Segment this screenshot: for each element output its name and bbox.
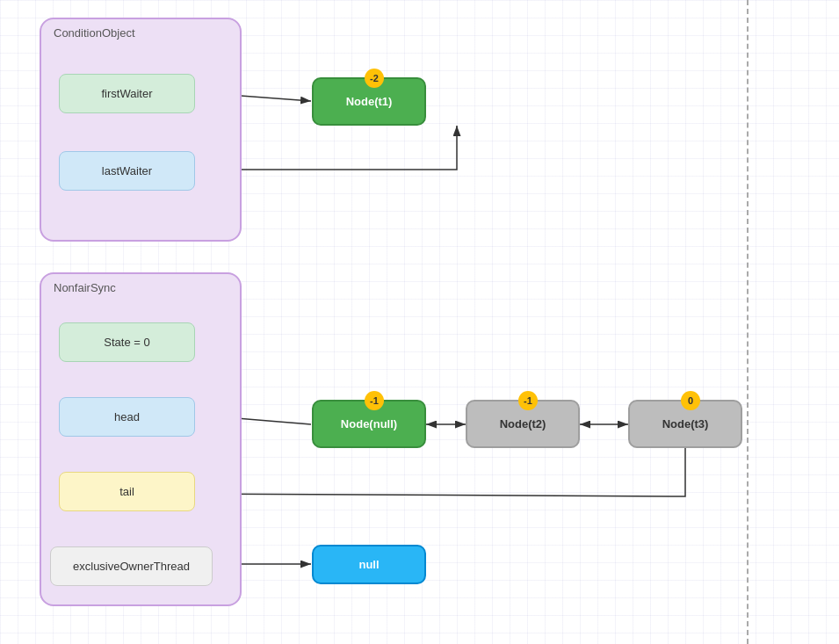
condition-object-container: ConditionObject firstWaiter lastWaiter (40, 18, 242, 242)
tail-field: tail (59, 472, 195, 511)
nonfairsync-label: NonfairSync (54, 281, 116, 294)
condition-object-label: ConditionObject (54, 26, 135, 40)
head-field: head (59, 397, 195, 437)
nonfairsync-container: NonfairSync State = 0 head tail exclusiv… (40, 272, 242, 606)
node-t2-badge: -1 (518, 391, 538, 410)
dashed-separator (747, 0, 749, 644)
diagram-canvas: ConditionObject firstWaiter lastWaiter N… (0, 0, 839, 644)
node-t1-badge: -2 (365, 69, 384, 88)
exclusive-owner-thread-field: exclusiveOwnerThread (50, 546, 213, 586)
node-t3-badge: 0 (681, 391, 700, 410)
lastWaiter-field: lastWaiter (59, 151, 195, 191)
firstWaiter-field: firstWaiter (59, 74, 195, 113)
node-null2: null (312, 545, 426, 584)
node-null-badge: -1 (365, 391, 384, 410)
state-field: State = 0 (59, 322, 195, 362)
